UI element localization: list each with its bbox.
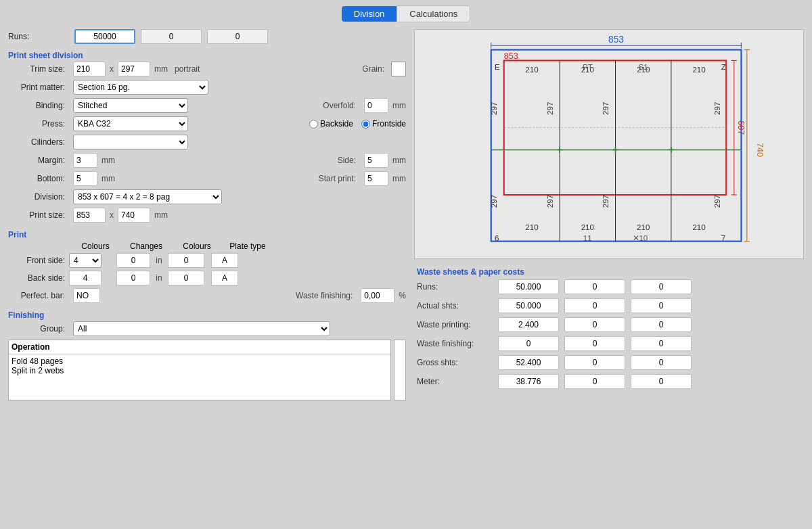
frontside-radio[interactable]: [361, 120, 370, 129]
left-panel: Runs: 50000 Print sheet division Trim si…: [5, 26, 411, 524]
front-colours2-input[interactable]: [168, 253, 204, 268]
svg-text:S1: S1: [639, 62, 648, 71]
meter-input2[interactable]: [564, 374, 625, 389]
svg-text:297: 297: [713, 102, 721, 115]
print-sheet-section: Print sheet division Trim size: x mm por…: [8, 49, 406, 226]
runs-input2[interactable]: [141, 29, 202, 44]
operations-body: Fold 48 pages Split in 2 webs: [9, 354, 390, 377]
finishing-section: Finishing Group: All Operation Fold 48 p…: [8, 309, 406, 400]
division-select[interactable]: 853 x 607 = 4 x 2 = 8 pag: [73, 189, 222, 204]
tab-calculations[interactable]: Calculations: [397, 5, 470, 22]
svg-text:297: 297: [601, 195, 610, 208]
svg-text:607: 607: [736, 120, 746, 135]
press-select[interactable]: KBA C32: [73, 116, 188, 131]
start-print-mm: mm: [392, 174, 406, 183]
trim-size-row: Trim size: x mm portrait Grain:: [8, 62, 406, 76]
backside-label[interactable]: Backside: [309, 119, 353, 129]
waste-runs-input2[interactable]: [564, 279, 625, 294]
back-colours2-input[interactable]: [168, 271, 204, 285]
gross-shts-row: Gross shts:: [417, 355, 801, 370]
tab-bar: Division Calculations: [0, 0, 812, 26]
runs-input3[interactable]: [207, 29, 268, 44]
front-colours-select[interactable]: 4: [69, 253, 102, 268]
actual-shts-input1[interactable]: [498, 298, 559, 313]
print-matter-label: Print matter:: [8, 83, 69, 92]
perfect-bar-input[interactable]: [73, 288, 100, 303]
trim-width-input[interactable]: [73, 62, 106, 76]
press-label: Press:: [8, 119, 69, 129]
back-side-row: Back side: in: [8, 271, 406, 285]
waste-printing-input2[interactable]: [564, 317, 625, 332]
trim-size-label: Trim size:: [8, 64, 69, 74]
print-matter-select[interactable]: Section 16 pg.: [73, 80, 208, 95]
front-side-label: Front side:: [8, 256, 69, 265]
binding-select[interactable]: Stitched: [73, 98, 188, 113]
diagram-area: 853 740 607 853: [414, 29, 804, 259]
frontside-label[interactable]: Frontside: [361, 119, 406, 129]
waste-finishing-pct: %: [399, 291, 406, 300]
operation-item-1[interactable]: Fold 48 pages: [12, 356, 388, 366]
svg-text:E: E: [495, 62, 500, 71]
meter-input1[interactable]: [498, 374, 559, 389]
margin-input[interactable]: [73, 153, 97, 168]
svg-text:11: 11: [583, 233, 592, 242]
print-matter-row: Print matter: Section 16 pg.: [8, 80, 406, 95]
start-print-input[interactable]: [364, 171, 388, 186]
svg-text:210: 210: [692, 223, 705, 231]
actual-shts-input2[interactable]: [564, 298, 625, 313]
waste-finishing-print-input[interactable]: [361, 288, 394, 303]
grain-box[interactable]: [391, 62, 406, 76]
cylinders-label: Cilinders:: [8, 137, 69, 147]
waste-printing-input3[interactable]: [631, 317, 692, 332]
gross-shts-input3[interactable]: [631, 355, 692, 370]
runs-label: Runs:: [8, 32, 69, 41]
svg-text:210: 210: [637, 223, 650, 231]
overfold-input[interactable]: [364, 98, 388, 113]
waste-finishing-input2[interactable]: [564, 336, 625, 351]
trim-x: x: [110, 64, 114, 74]
operations-scrollbar[interactable]: [394, 340, 406, 400]
front-side-row: Front side: 4 in: [8, 253, 406, 268]
group-row: Group: All: [8, 321, 406, 336]
waste-printing-input1[interactable]: [498, 317, 559, 332]
print-size-w-input[interactable]: [73, 208, 106, 223]
tab-division[interactable]: Division: [342, 6, 397, 22]
trim-mm: mm: [154, 64, 168, 74]
binding-label: Binding:: [8, 101, 69, 110]
svg-text:297: 297: [489, 195, 498, 208]
runs-input[interactable]: 50000: [74, 29, 135, 44]
margin-label: Margin:: [8, 156, 69, 165]
trim-height-input[interactable]: [118, 62, 150, 76]
gross-shts-input2[interactable]: [564, 355, 625, 370]
operations-container: Operation Fold 48 pages Split in 2 webs: [8, 340, 406, 400]
cylinders-select[interactable]: [73, 135, 188, 150]
group-select[interactable]: All: [73, 321, 330, 336]
front-plate-input[interactable]: [211, 253, 238, 268]
bottom-input[interactable]: [73, 171, 97, 186]
svg-text:PT: PT: [583, 62, 593, 71]
waste-finishing-input1[interactable]: [498, 336, 559, 351]
back-in: in: [150, 273, 168, 283]
front-changes-input[interactable]: [116, 253, 150, 268]
actual-shts-input3[interactable]: [631, 298, 692, 313]
actual-shts-label: Actual shts:: [417, 301, 498, 310]
waste-runs-input1[interactable]: [498, 279, 559, 294]
backside-radio[interactable]: [309, 120, 318, 129]
back-plate-input[interactable]: [211, 271, 238, 285]
svg-text:210: 210: [692, 65, 705, 74]
side-input[interactable]: [364, 153, 388, 168]
print-size-h-input[interactable]: [118, 208, 150, 223]
waste-runs-input3[interactable]: [631, 279, 692, 294]
margin-row: Margin: mm Side: mm: [8, 153, 406, 168]
back-colours-input[interactable]: [69, 271, 102, 285]
svg-text:10: 10: [639, 233, 648, 242]
svg-text:297: 297: [601, 102, 610, 115]
meter-input3[interactable]: [631, 374, 692, 389]
svg-text:297: 297: [489, 102, 498, 115]
waste-finishing-input3[interactable]: [631, 336, 692, 351]
gross-shts-input1[interactable]: [498, 355, 559, 370]
operation-item-2[interactable]: Split in 2 webs: [12, 366, 388, 375]
svg-rect-0: [455, 30, 763, 258]
colours2-header: Colours: [173, 242, 221, 251]
back-changes-input[interactable]: [116, 271, 150, 285]
